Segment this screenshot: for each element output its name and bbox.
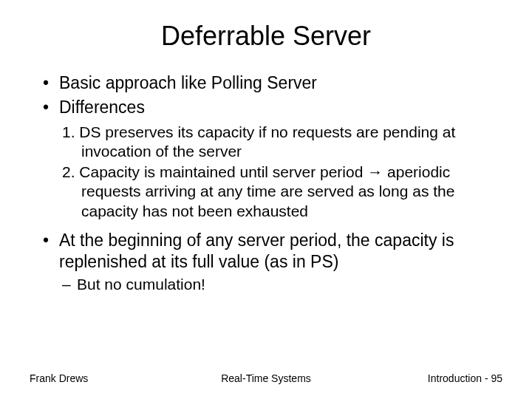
slide-footer: Frank Drews Real-Time Systems Introducti… bbox=[0, 372, 532, 384]
dash-item: But no cumulation! bbox=[62, 275, 502, 294]
bullet-list: At the beginning of any server period, t… bbox=[30, 230, 502, 273]
bullet-list: Basic approach like Polling Server Diffe… bbox=[30, 72, 502, 118]
bullet-item: Basic approach like Polling Server bbox=[43, 72, 502, 94]
numbered-list: 1. DS preserves its capacity if no reque… bbox=[30, 123, 502, 221]
dash-list: But no cumulation! bbox=[30, 275, 502, 294]
footer-author: Frank Drews bbox=[30, 372, 88, 384]
slide-title: Deferrable Server bbox=[0, 0, 532, 64]
numbered-item: 2. Capacity is maintained until server p… bbox=[62, 163, 502, 221]
slide-body: Basic approach like Polling Server Diffe… bbox=[0, 72, 532, 295]
numbered-item: 1. DS preserves its capacity if no reque… bbox=[62, 123, 502, 162]
bullet-item: At the beginning of any server period, t… bbox=[43, 230, 502, 273]
slide: Deferrable Server Basic approach like Po… bbox=[0, 0, 532, 399]
footer-page: Introduction - 95 bbox=[428, 372, 502, 384]
bullet-item: Differences bbox=[43, 97, 502, 118]
